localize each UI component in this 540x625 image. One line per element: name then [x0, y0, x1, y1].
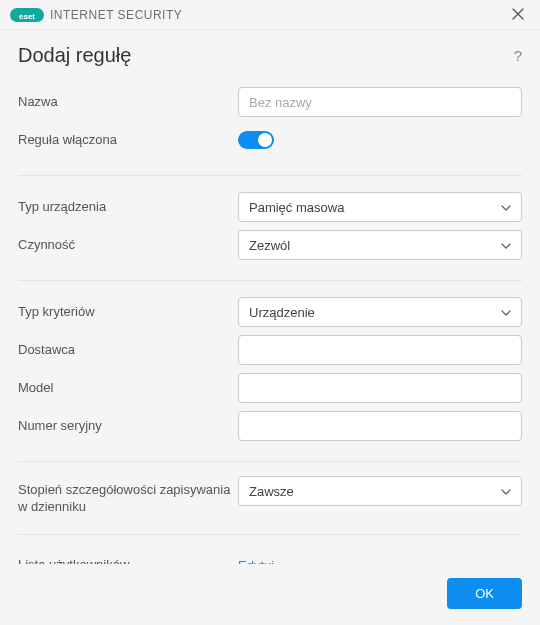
label-name: Nazwa — [18, 94, 238, 111]
action-select[interactable]: Zezwól — [238, 230, 522, 260]
label-user-list: Lista użytkowników — [18, 557, 238, 564]
header-row: Dodaj regułę ? — [18, 44, 522, 67]
row-criteria-type: Typ kryteriów Urządzenie — [18, 295, 522, 329]
label-log-level: Stopień szczegółowości zapisywania w dzi… — [18, 476, 238, 516]
model-input[interactable] — [238, 373, 522, 403]
page-title: Dodaj regułę — [18, 44, 131, 67]
form: Nazwa Reguła włączona Typ urządzenia — [18, 85, 522, 564]
separator — [18, 175, 522, 176]
brand-text: INTERNET SECURITY — [50, 8, 182, 22]
label-criteria-type: Typ kryteriów — [18, 304, 238, 321]
row-user-list: Lista użytkowników Edytuj — [18, 549, 522, 564]
log-level-select[interactable]: Zawsze — [238, 476, 522, 506]
titlebar: eset INTERNET SECURITY — [0, 0, 540, 30]
content-area: Dodaj regułę ? Nazwa Reguła włączona — [0, 30, 540, 564]
separator — [18, 534, 522, 535]
row-action: Czynność Zezwól — [18, 228, 522, 262]
label-vendor: Dostawca — [18, 342, 238, 359]
row-device-type: Typ urządzenia Pamięć masowa — [18, 190, 522, 224]
enabled-toggle[interactable] — [238, 131, 274, 149]
separator — [18, 280, 522, 281]
serial-input[interactable] — [238, 411, 522, 441]
label-model: Model — [18, 380, 238, 397]
row-log-level: Stopień szczegółowości zapisywania w dzi… — [18, 476, 522, 516]
vendor-input[interactable] — [238, 335, 522, 365]
label-enabled: Reguła włączona — [18, 132, 238, 149]
row-vendor: Dostawca — [18, 333, 522, 367]
row-serial: Numer seryjny — [18, 409, 522, 443]
device-type-select[interactable]: Pamięć masowa — [238, 192, 522, 222]
separator — [18, 461, 522, 462]
device-type-value: Pamięć masowa — [249, 200, 344, 215]
criteria-type-select[interactable]: Urządzenie — [238, 297, 522, 327]
svg-text:eset: eset — [19, 11, 35, 20]
footer: OK — [0, 564, 540, 625]
row-model: Model — [18, 371, 522, 405]
label-device-type: Typ urządzenia — [18, 199, 238, 216]
chevron-down-icon — [501, 307, 511, 318]
close-icon[interactable] — [506, 2, 530, 28]
name-input[interactable] — [238, 87, 522, 117]
criteria-type-value: Urządzenie — [249, 305, 315, 320]
label-serial: Numer seryjny — [18, 418, 238, 435]
toggle-knob — [258, 133, 272, 147]
row-name: Nazwa — [18, 85, 522, 119]
ok-button[interactable]: OK — [447, 578, 522, 609]
label-action: Czynność — [18, 237, 238, 254]
chevron-down-icon — [501, 202, 511, 213]
brand-logo: eset INTERNET SECURITY — [10, 8, 182, 22]
eset-logo-icon: eset — [10, 8, 44, 22]
dialog-window: eset INTERNET SECURITY Dodaj regułę ? Na… — [0, 0, 540, 625]
chevron-down-icon — [501, 486, 511, 497]
help-icon[interactable]: ? — [514, 47, 522, 64]
action-value: Zezwól — [249, 238, 290, 253]
chevron-down-icon — [501, 240, 511, 251]
row-enabled: Reguła włączona — [18, 123, 522, 157]
log-level-value: Zawsze — [249, 484, 294, 499]
